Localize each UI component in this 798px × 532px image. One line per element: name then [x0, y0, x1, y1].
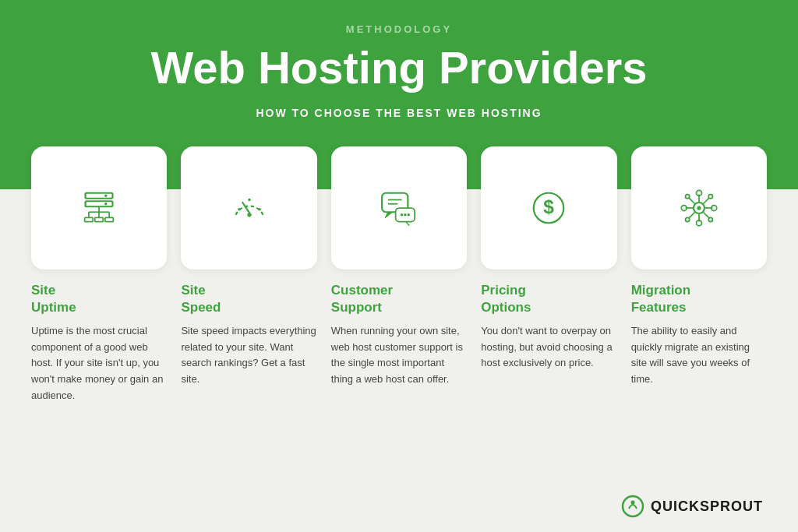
- svg-point-44: [623, 496, 643, 516]
- svg-point-43: [708, 217, 712, 221]
- icon-box-pricing: $: [481, 146, 616, 270]
- icon-box-speed: [181, 146, 316, 270]
- card-desc-speed: Site speed impacts everything related to…: [181, 323, 316, 388]
- card-desc-support: When running your own site, web host cus…: [331, 323, 467, 388]
- svg-point-27: [697, 206, 701, 210]
- svg-line-38: [703, 198, 709, 204]
- svg-point-15: [258, 208, 261, 211]
- card-title-speed: SiteSpeed: [181, 282, 316, 315]
- svg-point-16: [248, 199, 251, 202]
- svg-point-21: [401, 213, 404, 217]
- card-desc-migration: The ability to easily and quickly migrat…: [631, 323, 767, 388]
- icon-box-uptime: [31, 146, 167, 270]
- pricing-icon: $: [521, 181, 576, 235]
- icon-box-migration: [631, 146, 767, 270]
- svg-point-22: [404, 213, 407, 217]
- card-title-uptime: SiteUptime: [31, 282, 167, 315]
- card-desc-pricing: You don't want to overpay on hosting, bu…: [481, 323, 616, 372]
- svg-point-37: [685, 195, 689, 199]
- svg-rect-1: [86, 201, 113, 206]
- quicksprout-logo-icon: [621, 495, 644, 518]
- uptime-icon: [72, 181, 126, 235]
- icon-box-support: [331, 146, 467, 270]
- support-icon: [372, 181, 426, 235]
- content-area: SiteUptime Uptime is the most crucial co…: [0, 189, 798, 532]
- speed-icon: [222, 181, 277, 235]
- card-title-support: CustomerSupport: [331, 282, 467, 315]
- card-title-pricing: PricingOptions: [481, 282, 616, 315]
- methodology-label: METHODOLOGY: [47, 23, 751, 35]
- card-site-uptime: SiteUptime Uptime is the most crucial co…: [31, 146, 167, 404]
- svg-point-3: [104, 203, 108, 206]
- svg-line-36: [689, 198, 695, 204]
- svg-text:$: $: [544, 196, 555, 217]
- card-title-migration: MigrationFeatures: [631, 282, 767, 315]
- subtitle: HOW TO CHOOSE THE BEST WEB HOSTING: [47, 107, 751, 119]
- logo-text: QUICKSPROUT: [651, 499, 763, 515]
- cards-row: SiteUptime Uptime is the most crucial co…: [31, 146, 767, 404]
- svg-rect-10: [95, 217, 104, 221]
- card-pricing-options: $ PricingOptions You don't want to overp…: [481, 146, 616, 404]
- svg-point-2: [104, 195, 108, 198]
- main-title: Web Hosting Providers: [47, 43, 751, 93]
- card-migration-features: MigrationFeatures The ability to easily …: [631, 146, 767, 404]
- svg-line-13: [242, 203, 249, 213]
- svg-rect-0: [86, 193, 113, 199]
- page-container: METHODOLOGY Web Hosting Providers HOW TO…: [0, 0, 798, 532]
- card-customer-support: CustomerSupport When running your own si…: [331, 146, 467, 404]
- migration-icon: [672, 181, 726, 235]
- svg-rect-9: [85, 217, 94, 221]
- card-desc-uptime: Uptime is the most crucial component of …: [31, 323, 167, 404]
- svg-point-41: [685, 217, 689, 221]
- svg-point-45: [630, 501, 634, 505]
- svg-point-39: [708, 195, 712, 199]
- svg-line-40: [689, 212, 695, 218]
- svg-point-23: [408, 213, 411, 217]
- card-site-speed: SiteSpeed Site speed impacts everything …: [181, 146, 316, 404]
- svg-rect-11: [105, 217, 114, 221]
- svg-point-14: [238, 208, 241, 211]
- logo-area: QUICKSPROUT: [621, 495, 763, 518]
- svg-line-42: [703, 212, 709, 218]
